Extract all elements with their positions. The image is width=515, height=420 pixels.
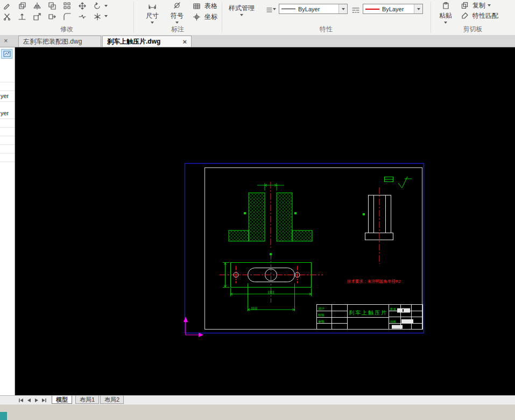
front-section-view[interactable] (229, 182, 312, 255)
match-properties-button[interactable]: 特性匹配 (458, 11, 498, 20)
title-block[interactable]: 刹车上触压片 设计 校核 审核 数量 比例 (317, 305, 423, 330)
tab-left-brake-assembly[interactable]: 左刹车把装配图.dwg (18, 36, 101, 47)
tab-brake-pad[interactable]: 刹车上触压片.dwg × (102, 36, 192, 47)
explode-icon[interactable] (91, 12, 103, 22)
sidebar-divider (0, 162, 15, 162)
match-properties-label: 特性匹配 (472, 11, 498, 20)
layout-tab-layout1[interactable]: 布局1 (75, 396, 99, 404)
close-all-icon[interactable]: × (4, 37, 8, 44)
layer-combo[interactable]: ByLayer (279, 4, 348, 14)
annotate-panel-label: 标注 (133, 25, 222, 34)
layout-tab-layout2[interactable]: 布局2 (100, 396, 124, 404)
status-bar (0, 404, 515, 420)
title-block-row-label: 审核 (318, 319, 324, 323)
dimension-button[interactable]: 尺寸 (141, 1, 164, 24)
layout-tabbar: 模型 布局1 布局2 (0, 395, 515, 404)
erase-icon[interactable] (1, 1, 13, 11)
left-sidebar: yer yer (0, 47, 15, 395)
paste-button[interactable]: 粘贴 (435, 1, 456, 24)
title-block-field[interactable] (392, 325, 403, 329)
mirror-icon[interactable] (31, 1, 43, 11)
style-manager-label: 样式管理 (229, 4, 255, 13)
tab-close-icon[interactable]: × (182, 38, 187, 45)
color-combo[interactable]: ByLayer (363, 4, 423, 14)
array-icon[interactable] (61, 1, 73, 11)
sidebar-divider (0, 90, 15, 91)
color-line-sample (365, 9, 379, 10)
sidebar-divider (0, 127, 15, 128)
tab-label: 刹车上触压片.dwg (107, 37, 160, 46)
table-icon (191, 1, 202, 11)
copy-icon[interactable] (16, 1, 28, 11)
table-label: 表格 (204, 2, 217, 11)
surface-finish-symbols[interactable] (385, 177, 412, 188)
layer-line-sample (281, 9, 295, 9)
ribbon: 修改 尺寸 符号 表格 坐标 标注 样式管理 ByLayer ByLayer 特… (0, 0, 515, 36)
next-tab-nav-icon[interactable] (33, 397, 40, 403)
modify-row2-dropdown-icon[interactable] (104, 15, 108, 17)
cad-drawing: 技术要求：未注明圆角半径R2 刹车上触压片 设计 校核 审核 数量 比例 (15, 47, 515, 395)
clipboard-panel-label: 剪切板 (431, 25, 515, 34)
layout-tab-model[interactable]: 模型 (52, 396, 72, 404)
symbol-button[interactable]: 符号 (166, 1, 188, 24)
modify-row1-dropdown-icon[interactable] (104, 5, 108, 7)
ucs-icon (184, 317, 203, 337)
title-block-row-label: 校核 (318, 313, 324, 317)
sidebar-divider (0, 118, 15, 119)
paste-label: 粘贴 (439, 11, 452, 20)
copy-clip-icon (458, 1, 470, 10)
drawing-tabbar: × 左刹车把装配图.dwg 刹车上触压片.dwg × (0, 35, 515, 47)
stretch-icon[interactable] (46, 12, 58, 22)
plan-view[interactable] (220, 253, 323, 311)
sidebar-clipped-label: yer (1, 93, 9, 99)
sidebar-divider (0, 144, 15, 145)
drawing-frame[interactable] (185, 164, 424, 333)
coordinate-icon (191, 12, 202, 22)
tab-label: 左刹车把装配图.dwg (23, 37, 82, 46)
palette-tool-icon[interactable] (1, 49, 12, 59)
title-block-right-label: 比例 (390, 320, 396, 324)
coordinate-button[interactable]: 坐标 (191, 12, 217, 21)
scale-icon[interactable] (31, 12, 43, 22)
layout-tab-label: 模型 (56, 396, 68, 404)
style-manager-dropdown-icon (240, 14, 243, 16)
modify-panel-label: 修改 (0, 25, 133, 34)
paste-dropdown-icon (444, 22, 447, 24)
dimension-label: 尺寸 (146, 11, 159, 20)
copy-clip-button[interactable]: 复制 (458, 1, 491, 10)
title-block-field[interactable] (401, 319, 413, 324)
coordinate-label: 坐标 (204, 12, 217, 22)
tech-note-text[interactable]: 技术要求：未注明圆角半径R2 (347, 279, 401, 284)
title-block-row-label: 设计 (318, 306, 324, 310)
color-combo-arrow[interactable] (414, 4, 422, 13)
title-block-title: 刹车上触压片 (349, 310, 387, 316)
properties-panel-label: 特性 (222, 25, 431, 34)
dimension-dropdown-icon (151, 22, 154, 24)
symbol-icon (171, 1, 183, 10)
sidebar-divider (0, 153, 15, 153)
last-tab-nav-icon[interactable] (40, 397, 47, 403)
rotate-icon[interactable] (91, 1, 103, 11)
copy-dropdown-icon (488, 4, 491, 6)
layout-tab-label: 布局1 (80, 396, 95, 404)
move-icon[interactable] (76, 1, 88, 11)
layer-combo-arrow[interactable] (338, 4, 347, 13)
linetype-icon[interactable] (350, 5, 362, 15)
layout-tab-label: 布局2 (104, 396, 119, 404)
style-manager-button[interactable]: 样式管理 (225, 4, 258, 16)
first-tab-nav-icon[interactable] (17, 397, 24, 403)
extend-icon[interactable] (16, 12, 28, 22)
prev-tab-nav-icon[interactable] (25, 397, 32, 403)
break-icon[interactable] (76, 12, 88, 22)
match-properties-icon (458, 11, 470, 20)
table-button[interactable]: 表格 (191, 2, 217, 10)
symbol-label: 符号 (171, 11, 184, 20)
model-space-canvas[interactable]: 技术要求：未注明圆角半径R2 刹车上触压片 设计 校核 审核 数量 比例 (15, 47, 515, 395)
trim-icon[interactable] (1, 12, 13, 22)
offset-icon[interactable] (46, 1, 58, 11)
sidebar-divider (0, 136, 15, 136)
paste-icon (440, 1, 451, 10)
fillet-icon[interactable] (61, 12, 73, 22)
side-view[interactable] (363, 187, 393, 264)
list-dropdown-icon[interactable] (273, 8, 276, 10)
